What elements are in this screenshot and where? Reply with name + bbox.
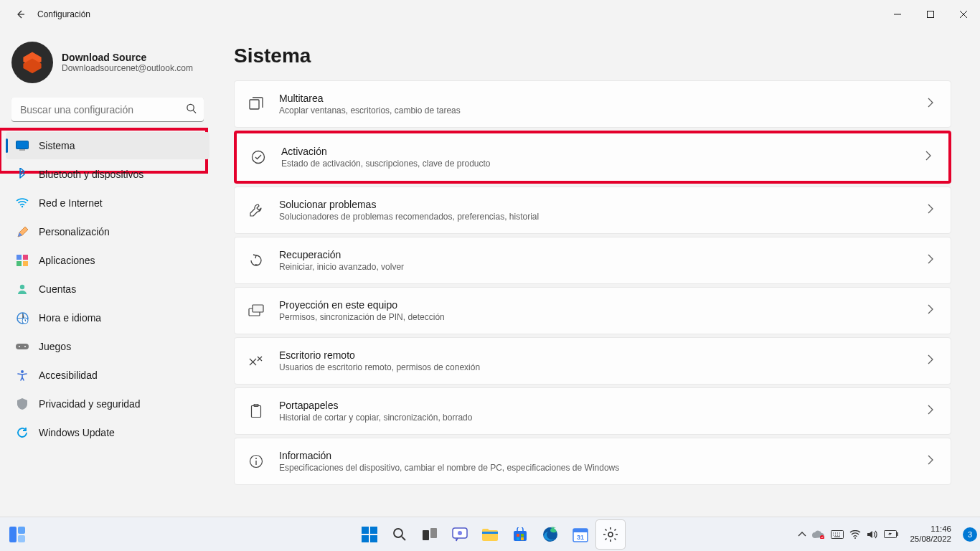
window-title: Configuración (37, 9, 90, 19)
chevron-right-icon (928, 405, 933, 418)
card-title: Recuperación (279, 249, 928, 260)
search-box (11, 98, 204, 122)
svg-rect-48 (831, 530, 844, 538)
card-recuperacion[interactable]: Recuperación Reiniciar, inicio avanzado,… (234, 237, 951, 284)
sidebar-item-hora[interactable]: Hora e idioma (6, 304, 209, 331)
sidebar-item-juegos[interactable]: Juegos (6, 333, 209, 360)
tray-wifi-icon[interactable] (849, 530, 861, 539)
sidebar-item-red[interactable]: Red e Internet (6, 189, 209, 217)
card-multitarea[interactable]: Multitarea Acoplar ventanas, escritorios… (234, 80, 951, 128)
accounts-icon (16, 283, 29, 296)
taskbar: 31 11:46 25/08/2022 3 (0, 517, 980, 551)
svg-rect-12 (16, 344, 29, 349)
svg-point-1 (187, 104, 194, 110)
notification-badge[interactable]: 3 (963, 527, 977, 542)
taskbar-date: 25/08/2022 (910, 534, 951, 545)
sidebar-item-label: Cuentas (39, 283, 76, 295)
svg-rect-8 (23, 261, 28, 266)
page-title: Sistema (234, 44, 951, 67)
sidebar-item-personalizacion[interactable]: Personalización (6, 218, 209, 245)
taskbar-calendar[interactable]: 31 (566, 520, 595, 549)
card-proyeccion[interactable]: Proyección en este equipo Permisos, sinc… (234, 287, 951, 334)
recovery-icon (248, 252, 265, 269)
chevron-right-icon (925, 151, 931, 164)
widgets-button[interactable] (0, 517, 34, 552)
accessibility-icon (16, 369, 29, 382)
card-desc: Especificaciones del dispositivo, cambia… (279, 463, 928, 473)
card-escritorio-remoto[interactable]: Escritorio remoto Usuarios de escritorio… (234, 337, 951, 385)
task-view-button[interactable] (415, 520, 444, 549)
tray-chevron-icon[interactable] (798, 532, 806, 537)
sidebar-item-sistema[interactable]: Sistema (6, 132, 209, 159)
tray-keyboard-icon[interactable] (831, 530, 844, 539)
sidebar-item-label: Accesibilidad (39, 369, 98, 381)
svg-rect-41 (521, 537, 524, 540)
start-button[interactable] (355, 520, 384, 549)
card-title: Activación (281, 146, 925, 157)
sidebar-item-privacidad[interactable]: Privacidad y seguridad (6, 390, 209, 418)
taskbar-search[interactable] (385, 520, 414, 549)
svg-text:31: 31 (577, 534, 584, 541)
svg-rect-16 (250, 100, 259, 109)
svg-rect-27 (362, 527, 369, 534)
taskbar-settings[interactable] (596, 520, 625, 549)
back-button[interactable] (6, 0, 34, 29)
sidebar-item-bluetooth[interactable]: Bluetooth y dispositivos (6, 161, 209, 188)
sidebar-item-update[interactable]: Windows Update (6, 419, 209, 446)
card-desc: Permisos, sincronización de PIN, detecci… (279, 312, 928, 322)
taskbar-center: 31 (355, 520, 625, 549)
search-input[interactable] (11, 98, 204, 122)
taskbar-clock[interactable]: 11:46 25/08/2022 (905, 524, 956, 545)
sidebar-item-label: Sistema (39, 140, 75, 151)
sidebar-item-aplicaciones[interactable]: Aplicaciones (6, 247, 209, 274)
profile-email: Downloadsourcenet@outlook.com (62, 63, 193, 73)
sidebar-item-label: Windows Update (39, 427, 115, 438)
tray-volume-icon[interactable] (867, 529, 878, 540)
profile-name: Download Source (62, 52, 193, 63)
content-highlight: Activación Estado de activación, suscrip… (234, 131, 951, 184)
svg-point-35 (458, 531, 462, 535)
svg-rect-40 (517, 537, 519, 540)
tray-battery-icon[interactable] (884, 530, 898, 538)
close-button[interactable] (947, 0, 980, 29)
sidebar-item-accesibilidad[interactable]: Accesibilidad (6, 362, 209, 389)
svg-point-49 (854, 537, 856, 539)
card-desc: Usuarios de escritorio remoto, permisos … (279, 362, 928, 372)
taskbar-explorer[interactable] (476, 520, 504, 549)
svg-point-9 (20, 285, 24, 289)
card-title: Proyección en este equipo (279, 299, 928, 311)
sidebar-item-label: Privacidad y seguridad (39, 398, 141, 410)
card-title: Portapapeles (279, 400, 928, 411)
profile-block[interactable]: Download Source Downloadsourcenet@outloo… (0, 29, 215, 95)
card-desc: Estado de activación, suscripciones, cla… (281, 159, 925, 169)
card-activacion[interactable]: Activación Estado de activación, suscrip… (237, 133, 948, 181)
sidebar-item-label: Juegos (39, 341, 71, 352)
svg-rect-44 (573, 529, 588, 532)
card-desc: Solucionadores de problemas recomendados… (279, 212, 928, 222)
bluetooth-icon (16, 168, 29, 181)
card-portapapeles[interactable]: Portapapeles Historial de cortar y copia… (234, 387, 951, 435)
card-title: Solucionar problemas (279, 199, 928, 210)
sidebar-item-cuentas[interactable]: Cuentas (6, 276, 209, 303)
sidebar: Download Source Downloadsourcenet@outloo… (0, 29, 215, 517)
tray-onedrive-icon[interactable] (812, 530, 825, 539)
taskbar-edge[interactable] (536, 520, 565, 549)
svg-rect-6 (23, 255, 28, 260)
time-language-icon (16, 311, 29, 324)
info-icon (248, 453, 265, 470)
minimize-button[interactable] (881, 0, 914, 29)
activation-icon (250, 149, 267, 166)
maximize-button[interactable] (914, 0, 947, 29)
svg-point-15 (21, 370, 24, 373)
taskbar-chat[interactable] (446, 520, 474, 549)
svg-rect-38 (517, 534, 519, 537)
card-solucionar[interactable]: Solucionar problemas Solucionadores de p… (234, 187, 951, 234)
svg-rect-37 (514, 531, 527, 541)
chevron-right-icon (928, 98, 933, 110)
svg-rect-7 (17, 261, 22, 266)
sidebar-item-label: Hora e idioma (39, 312, 101, 324)
card-informacion[interactable]: Información Especificaciones del disposi… (234, 438, 951, 485)
taskbar-store[interactable] (506, 520, 534, 549)
card-desc: Historial de cortar y copiar, sincroniza… (279, 413, 928, 423)
card-title: Información (279, 450, 928, 461)
